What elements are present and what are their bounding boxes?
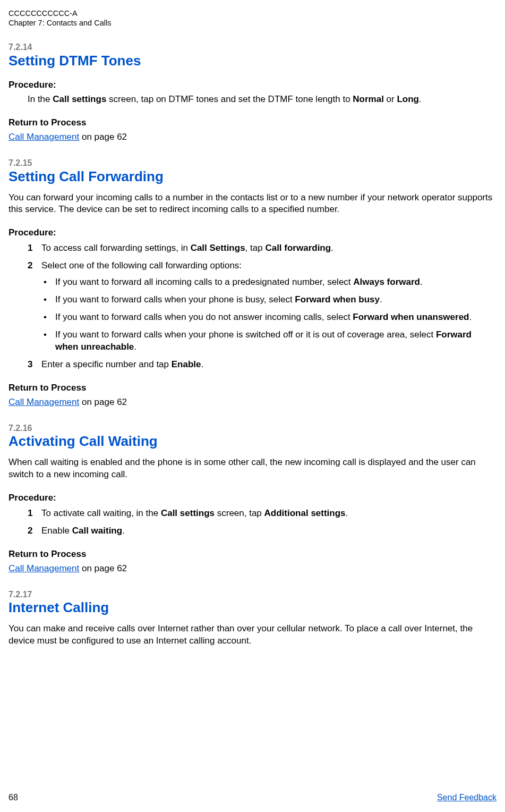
text-bold: Call Settings <box>191 243 245 253</box>
text-fragment: . <box>346 508 348 518</box>
call-management-link[interactable]: Call Management <box>8 397 79 407</box>
procedure-label: Procedure: <box>8 80 497 90</box>
text-bold: Call waiting <box>72 526 122 536</box>
text-fragment: . <box>380 294 382 304</box>
text-fragment: To activate call waiting, in the <box>41 508 161 518</box>
section-number: 7.2.16 <box>8 424 497 433</box>
text-fragment: If you want to forward all incoming call… <box>55 277 353 287</box>
text-fragment: screen, tap <box>215 508 264 518</box>
procedure-step: 3 Enter a specific number and tap Enable… <box>28 359 497 371</box>
text-bold: Additional settings <box>264 508 346 518</box>
section-title-dtmf: Setting DTMF Tones <box>8 53 497 69</box>
options-list: If you want to forward all incoming call… <box>41 276 497 353</box>
section-intro: You can make and receive calls over Inte… <box>8 623 497 647</box>
text-fragment: screen, tap on DTMF tones and set the DT… <box>106 94 353 104</box>
step-number: 2 <box>28 525 32 537</box>
section-title-internet-calling: Internet Calling <box>8 600 497 615</box>
text-fragment: . <box>420 277 423 287</box>
procedure-step: 2 Enable Call waiting. <box>28 525 497 537</box>
page-footer: 68 Send Feedback <box>8 793 497 802</box>
text-fragment: If you want to forward calls when your p… <box>55 329 436 340</box>
text-fragment: Enter a specific number and tap <box>41 359 172 369</box>
return-to-process-label: Return to Process <box>8 549 497 560</box>
text-bold: Forward when busy <box>295 294 380 304</box>
option-item: If you want to forward all incoming call… <box>41 276 497 289</box>
text-fragment: To access call forwarding settings, in <box>41 243 191 253</box>
procedure-step: In the Call settings screen, tap on DTMF… <box>28 94 497 106</box>
text-bold: Enable <box>172 359 201 369</box>
page-number: 68 <box>8 793 18 802</box>
section-number: 7.2.15 <box>8 158 497 168</box>
text-fragment: . <box>331 243 333 253</box>
procedure-step: 2 Select one of the following call forwa… <box>28 260 497 353</box>
text-bold: Forward when unanswered <box>353 312 469 322</box>
text-fragment: If you want to forward calls when your p… <box>55 294 295 304</box>
text-fragment: . <box>469 312 472 322</box>
text-fragment: Enable <box>41 526 72 536</box>
return-to-process-link-line: Call Management on page 62 <box>8 131 497 143</box>
section-number: 7.2.14 <box>8 43 497 52</box>
text-fragment: . <box>134 342 136 352</box>
option-item: If you want to forward calls when you do… <box>41 311 497 324</box>
procedure-step: 1 To access call forwarding settings, in… <box>28 242 497 255</box>
text-bold: Always forward <box>353 277 420 287</box>
text-bold: Long <box>397 94 419 104</box>
return-to-process-label: Return to Process <box>8 117 497 128</box>
return-to-process-label: Return to Process <box>8 383 497 393</box>
procedure-steps-list: 1 To activate call waiting, in the Call … <box>8 508 497 537</box>
text-bold: Call settings <box>161 508 215 518</box>
section-title-call-forwarding: Setting Call Forwarding <box>8 169 497 184</box>
send-feedback-link[interactable]: Send Feedback <box>437 793 497 802</box>
option-item: If you want to forward calls when your p… <box>41 329 497 353</box>
section-title-call-waiting: Activating Call Waiting <box>8 434 497 449</box>
text-fragment: , tap <box>245 243 266 253</box>
text-fragment: . <box>201 359 204 369</box>
text-fragment: on page 62 <box>79 132 127 142</box>
call-management-link[interactable]: Call Management <box>8 563 79 573</box>
step-number: 2 <box>28 260 32 272</box>
text-bold: Normal <box>353 94 384 104</box>
procedure-label: Procedure: <box>8 493 497 503</box>
text-fragment: Select one of the following call forward… <box>41 260 242 270</box>
text-fragment: . <box>122 526 125 536</box>
section-intro: You can forward your incoming calls to a… <box>8 192 497 216</box>
text-fragment: on page 62 <box>79 397 127 407</box>
page-header: CCCCCCCCCCC-A Chapter 7: Contacts and Ca… <box>8 9 497 28</box>
text-fragment: If you want to forward calls when you do… <box>55 312 353 322</box>
section-number: 7.2.17 <box>8 590 497 599</box>
option-item: If you want to forward calls when your p… <box>41 294 497 306</box>
procedure-label: Procedure: <box>8 227 497 238</box>
procedure-steps-list: 1 To access call forwarding settings, in… <box>8 242 497 371</box>
text-fragment: . <box>419 94 422 104</box>
section-intro: When call waiting is enabled and the pho… <box>8 456 497 481</box>
step-number: 1 <box>28 508 32 520</box>
text-bold: Call forwarding <box>265 243 331 253</box>
chapter-label: Chapter 7: Contacts and Calls <box>8 18 497 28</box>
return-to-process-link-line: Call Management on page 62 <box>8 396 497 409</box>
text-fragment: on page 62 <box>79 563 127 573</box>
call-management-link[interactable]: Call Management <box>8 132 79 142</box>
text-bold: Call settings <box>53 94 106 104</box>
procedure-step: 1 To activate call waiting, in the Call … <box>28 508 497 520</box>
text-fragment: or <box>384 94 397 104</box>
text-fragment: In the <box>28 94 53 104</box>
step-number: 3 <box>28 359 32 371</box>
document-page: CCCCCCCCCCC-A Chapter 7: Contacts and Ca… <box>0 0 505 812</box>
step-number: 1 <box>28 242 32 255</box>
return-to-process-link-line: Call Management on page 62 <box>8 563 497 575</box>
doc-id: CCCCCCCCCCC-A <box>8 9 497 18</box>
